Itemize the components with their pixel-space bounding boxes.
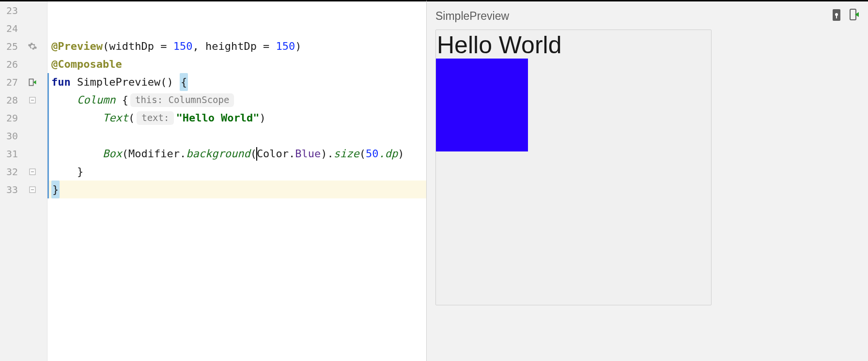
line-number: 26: [3, 59, 21, 70]
code-line[interactable]: @Composable: [47, 55, 426, 73]
run-gutter-icon[interactable]: [28, 77, 37, 87]
editor-gutter: 23 24 25 26 27 28: [0, 1, 47, 361]
inline-hint: this: ColumnScope: [130, 93, 234, 107]
line-number: 29: [3, 112, 21, 124]
fold-icon[interactable]: [29, 97, 36, 104]
line-number: 33: [3, 184, 21, 196]
code-line[interactable]: Text(text:"Hello World"): [47, 109, 426, 127]
code-line[interactable]: Box(Modifier.background(Color.Blue).size…: [47, 145, 426, 163]
compose-text: Hello World: [436, 30, 711, 59]
gear-icon[interactable]: [28, 42, 37, 51]
svg-point-5: [835, 13, 838, 16]
preview-surface[interactable]: Hello World: [435, 30, 712, 305]
line-number: 31: [3, 148, 21, 160]
preview-title: SimplePreview: [435, 10, 509, 23]
line-number: 25: [3, 41, 21, 52]
fold-icon[interactable]: [29, 168, 36, 175]
interactive-preview-icon[interactable]: [831, 9, 842, 23]
deploy-preview-icon[interactable]: [849, 9, 859, 23]
line-number: 23: [3, 5, 21, 16]
inline-hint: text:: [137, 111, 174, 125]
code-line[interactable]: Column {this: ColumnScope: [47, 91, 426, 109]
code-line[interactable]: @Preview(widthDp = 150, heightDp = 150): [47, 37, 426, 55]
fold-icon[interactable]: [29, 186, 36, 193]
code-area[interactable]: @Preview(widthDp = 150, heightDp = 150) …: [47, 1, 426, 361]
compose-preview-pane: SimplePreview Hello World: [426, 0, 868, 361]
line-number: 27: [3, 76, 21, 88]
code-line[interactable]: }: [47, 163, 426, 180]
line-number: 32: [3, 166, 21, 178]
compose-box: [436, 59, 528, 151]
svg-rect-0: [29, 79, 33, 85]
code-line-current[interactable]: }: [47, 180, 426, 198]
vcs-change-bar: [47, 73, 49, 198]
line-number: 30: [3, 130, 21, 142]
code-line[interactable]: fun SimplePreview() {: [47, 73, 426, 91]
code-editor-pane: 23 24 25 26 27 28: [0, 0, 426, 361]
line-number: 24: [3, 23, 21, 34]
line-number: 28: [3, 94, 21, 106]
